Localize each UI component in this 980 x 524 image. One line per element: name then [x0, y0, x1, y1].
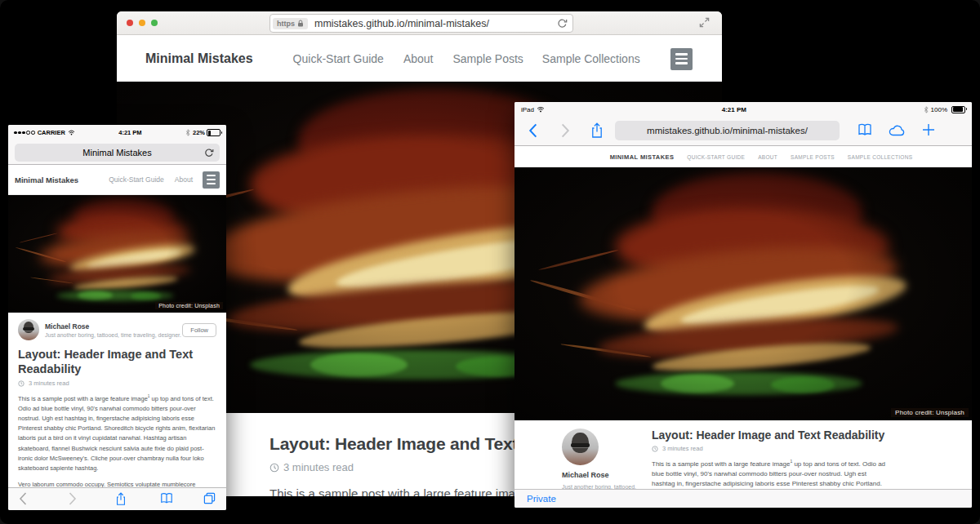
- ipad-article: Michael Rose Just another boring, tattoo…: [514, 420, 972, 490]
- ipad-browser-window: iPad 4:21 PM 100% mmistakes.github.io/mi…: [514, 102, 972, 508]
- nav-link-quick-start-guide[interactable]: Quick-Start Guide: [109, 175, 164, 184]
- author-name: Michael Rose: [45, 322, 181, 331]
- nav-link-quick-start-guide[interactable]: Quick-Start Guide: [687, 154, 745, 160]
- page-title: Layout: Header Image and Text Readabilit…: [18, 348, 216, 376]
- private-browsing-bar: Private: [514, 489, 972, 508]
- nav-link-sample-collections[interactable]: Sample Collections: [542, 52, 640, 65]
- signal-strength-icon: [14, 131, 35, 135]
- montage-canvas: https mmistakes.github.io/minimal-mistak…: [0, 0, 980, 524]
- author-row: Michael Rose Just another boring, tattoo…: [18, 319, 216, 340]
- nav-link-sample-posts[interactable]: Sample Posts: [452, 52, 523, 65]
- clock-icon: [652, 446, 658, 452]
- address-bar[interactable]: https mmistakes.github.io/minimal-mistak…: [270, 14, 573, 33]
- clock-icon: [270, 463, 279, 473]
- url-text: mmistakes.github.io/minimal-mistakes/: [647, 126, 808, 135]
- photo-credit-badge: Photo credit: Unsplash: [891, 408, 969, 417]
- article-paragraph: This is a sample post with a large featu…: [18, 393, 216, 473]
- read-time-text: 3 minutes read: [283, 461, 354, 473]
- wifi-icon: [68, 130, 75, 135]
- nav-link-about[interactable]: About: [758, 154, 777, 160]
- address-bar[interactable]: mmistakes.github.io/minimal-mistakes/: [615, 121, 840, 140]
- site-brand-link[interactable]: Minimal Mistakes: [15, 175, 78, 184]
- back-button[interactable]: [528, 123, 537, 138]
- https-badge: https: [273, 18, 308, 29]
- page-title-text: Minimal Mistakes: [82, 148, 151, 158]
- site-navbar: Minimal Mistakes Quick-Start Guide About…: [117, 35, 722, 82]
- feature-image: Photo credit: Unsplash: [514, 167, 972, 420]
- back-button[interactable]: [19, 492, 27, 505]
- iphone-bottom-toolbar: [8, 487, 226, 510]
- forward-button[interactable]: [69, 492, 77, 505]
- cloud-icon[interactable]: [889, 124, 906, 136]
- share-icon[interactable]: [115, 492, 127, 506]
- address-bar[interactable]: Minimal Mistakes: [15, 144, 220, 162]
- clock-icon: [18, 380, 24, 387]
- nav-link-quick-start-guide[interactable]: Quick-Start Guide: [293, 52, 384, 65]
- photo-credit-badge: Photo credit: Unsplash: [155, 302, 223, 309]
- site-brand-link[interactable]: Minimal Mistakes: [145, 51, 253, 66]
- author-name: Michael Rose: [562, 471, 644, 479]
- iphone-browser-toolbar: Minimal Mistakes: [8, 140, 226, 165]
- ipad-browser-toolbar: mmistakes.github.io/minimal-mistakes/: [514, 117, 972, 146]
- read-time-meta: 3 minutes read: [652, 445, 939, 452]
- follow-button[interactable]: Follow: [182, 323, 216, 337]
- bluetooth-icon: [185, 129, 190, 136]
- reload-icon[interactable]: [204, 148, 214, 158]
- zoom-window-button[interactable]: [151, 20, 158, 26]
- lock-icon: [297, 20, 304, 28]
- article-paragraph: This is a sample post with a large featu…: [652, 459, 890, 490]
- reload-icon[interactable]: [557, 18, 568, 29]
- forward-button[interactable]: [561, 123, 570, 138]
- read-time-text: 3 minutes read: [662, 445, 703, 452]
- share-icon[interactable]: [590, 122, 604, 139]
- wifi-icon: [537, 106, 545, 113]
- page-title: Layout: Header Image and Text Readabilit…: [652, 429, 939, 442]
- https-label: https: [277, 20, 295, 28]
- bookmarks-icon[interactable]: [858, 123, 872, 136]
- desktop-browser-chrome: https mmistakes.github.io/minimal-mistak…: [117, 11, 722, 35]
- ipad-status-bar: iPad 4:21 PM 100%: [514, 102, 972, 117]
- battery-icon: [951, 106, 965, 113]
- iphone-status-bar: CARRIER 4:21 PM 22%: [8, 125, 226, 140]
- site-brand-link[interactable]: Minimal Mistakes: [610, 153, 675, 161]
- hamburger-menu-button[interactable]: [203, 171, 220, 189]
- site-navbar: Minimal Mistakes Quick-Start Guide About…: [514, 146, 972, 168]
- read-time-text: 3 minutes read: [29, 380, 69, 387]
- status-time: 4:21 PM: [545, 106, 924, 113]
- hamburger-menu-button[interactable]: [670, 48, 693, 70]
- tabs-icon[interactable]: [203, 492, 216, 504]
- battery-percent: 100%: [931, 106, 947, 113]
- battery-percent: 22%: [193, 129, 205, 136]
- status-time: 4:21 PM: [75, 129, 185, 136]
- bluetooth-icon: [924, 106, 929, 113]
- read-time-meta: 3 minutes read: [18, 380, 216, 387]
- nav-link-about[interactable]: About: [403, 52, 434, 65]
- iphone-article: Michael Rose Just another boring, tattoo…: [8, 313, 226, 488]
- nav-link-about[interactable]: About: [175, 175, 193, 184]
- feature-image: Photo credit: Unsplash: [8, 195, 226, 313]
- iphone-browser-window: CARRIER 4:21 PM 22% Minimal Mistakes Min…: [8, 125, 226, 510]
- nav-link-sample-collections[interactable]: Sample Collections: [848, 154, 912, 160]
- nav-link-sample-posts[interactable]: Sample Posts: [791, 154, 835, 160]
- close-window-button[interactable]: [127, 20, 133, 26]
- battery-icon: [207, 129, 220, 136]
- bookmarks-icon[interactable]: [160, 492, 173, 504]
- minimize-window-button[interactable]: [139, 20, 145, 26]
- url-text: mmistakes.github.io/minimal-mistakes/: [314, 18, 489, 29]
- private-button[interactable]: Private: [527, 494, 556, 504]
- author-bio: Just another boring, tattooed, time trav…: [45, 332, 181, 338]
- author-sidebar: Michael Rose Just another boring, tattoo…: [547, 429, 644, 490]
- new-tab-icon[interactable]: [922, 123, 935, 136]
- site-navbar: Minimal Mistakes Quick-Start Guide About: [8, 165, 226, 195]
- avatar: [18, 319, 39, 340]
- avatar: [562, 429, 599, 465]
- fullscreen-icon[interactable]: [699, 17, 710, 28]
- device-label: iPad: [521, 106, 534, 113]
- carrier-label: CARRIER: [38, 129, 65, 136]
